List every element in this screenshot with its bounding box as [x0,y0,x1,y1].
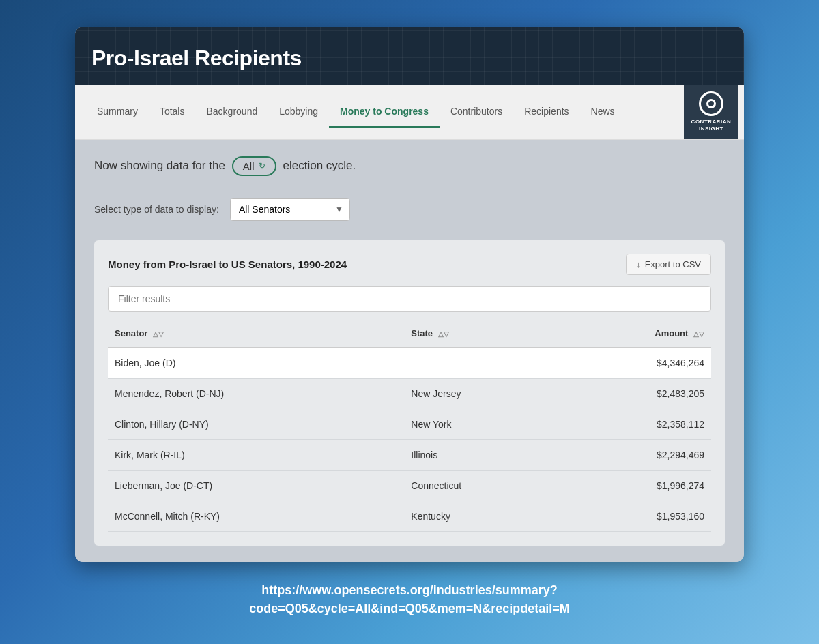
col-senator: Senator △▽ [108,320,404,347]
tab-lobbying[interactable]: Lobbying [268,96,329,128]
nav-bar: Summary Totals Background Lobbying Money… [75,85,744,140]
export-label: Export to CSV [645,259,701,269]
tab-recipients[interactable]: Recipients [513,96,579,128]
cycle-prefix: Now showing data for the [94,159,225,173]
download-icon: ↓ [636,259,641,269]
cell-amount: $2,358,112 [559,409,711,439]
sort-amount-icon[interactable]: △▽ [693,330,704,338]
main-card: Pro-Israel Recipients Summary Totals Bac… [75,27,744,562]
card-header: Pro-Israel Recipients [75,27,744,85]
tab-totals[interactable]: Totals [149,96,196,128]
cell-amount: $4,346,264 [559,347,711,379]
cell-amount: $1,996,274 [559,470,711,501]
filter-input[interactable] [108,286,711,312]
bottom-url: https://www.opensecrets.org/industries/s… [249,581,570,618]
data-type-select[interactable]: All SenatorsAll RepresentativesSenate De… [230,198,350,221]
cycle-suffix: election cycle. [283,159,356,173]
data-type-label: Select type of data to display: [94,204,219,215]
table-row[interactable]: Menendez, Robert (D-NJ)New Jersey$2,483,… [108,378,711,409]
logo: CONTRARIANINSIGHT [684,85,738,139]
select-wrapper: All SenatorsAll RepresentativesSenate De… [230,198,350,221]
cell-senator: Menendez, Robert (D-NJ) [108,378,404,409]
logo-inner-circle [706,99,716,108]
content-area: Now showing data for the All ↻ election … [75,140,744,562]
data-type-section: Select type of data to display: All Sena… [94,198,725,221]
cycle-selector: Now showing data for the All ↻ election … [94,156,725,176]
table-header: Senator △▽ State △▽ Amount △▽ [108,320,711,347]
table-body: Biden, Joe (D)$4,346,264Menendez, Robert… [108,347,711,532]
cell-senator: Clinton, Hillary (D-NY) [108,409,404,439]
tab-money-to-congress[interactable]: Money to Congress [329,96,440,128]
col-amount: Amount △▽ [559,320,711,347]
tab-news[interactable]: News [580,96,626,128]
cycle-value: All [243,160,255,172]
table-row[interactable]: Lieberman, Joe (D-CT)Connecticut$1,996,2… [108,470,711,501]
table-row[interactable]: McConnell, Mitch (R-KY)Kentucky$1,953,16… [108,501,711,531]
cycle-arrow-icon: ↻ [259,161,265,171]
table-row[interactable]: Biden, Joe (D)$4,346,264 [108,347,711,379]
cell-amount: $1,953,160 [559,501,711,531]
sort-state-icon[interactable]: △▽ [438,330,449,338]
export-csv-button[interactable]: ↓ Export to CSV [626,254,711,275]
tab-contributors[interactable]: Contributors [440,96,513,128]
table-row[interactable]: Kirk, Mark (R-IL)Illinois$2,294,469 [108,439,711,470]
tab-summary[interactable]: Summary [86,96,149,128]
data-table: Senator △▽ State △▽ Amount △▽ [108,320,711,532]
cell-state [404,347,558,379]
table-header-row: Money from Pro-Israel to US Senators, 19… [108,254,711,275]
cell-senator: Biden, Joe (D) [108,347,404,379]
cell-state: Kentucky [404,501,558,531]
cell-state: New York [404,409,558,439]
logo-text: CONTRARIANINSIGHT [691,119,732,132]
cell-state: Illinois [404,439,558,470]
table-title: Money from Pro-Israel to US Senators, 19… [108,259,347,270]
cell-amount: $2,294,469 [559,439,711,470]
nav-tabs: Summary Totals Background Lobbying Money… [75,96,684,128]
cycle-dropdown[interactable]: All ↻ [232,156,276,176]
table-row[interactable]: Clinton, Hillary (D-NY)New York$2,358,11… [108,409,711,439]
cell-state: New Jersey [404,378,558,409]
cell-senator: McConnell, Mitch (R-KY) [108,501,404,531]
cell-amount: $2,483,205 [559,378,711,409]
col-state: State △▽ [404,320,558,347]
logo-circle [699,91,723,116]
cell-state: Connecticut [404,470,558,501]
page-title: Pro-Israel Recipients [91,46,728,71]
cell-senator: Kirk, Mark (R-IL) [108,439,404,470]
tab-background[interactable]: Background [195,96,268,128]
table-container: Money from Pro-Israel to US Senators, 19… [94,240,725,546]
sort-senator-icon[interactable]: △▽ [153,330,164,338]
cell-senator: Lieberman, Joe (D-CT) [108,470,404,501]
